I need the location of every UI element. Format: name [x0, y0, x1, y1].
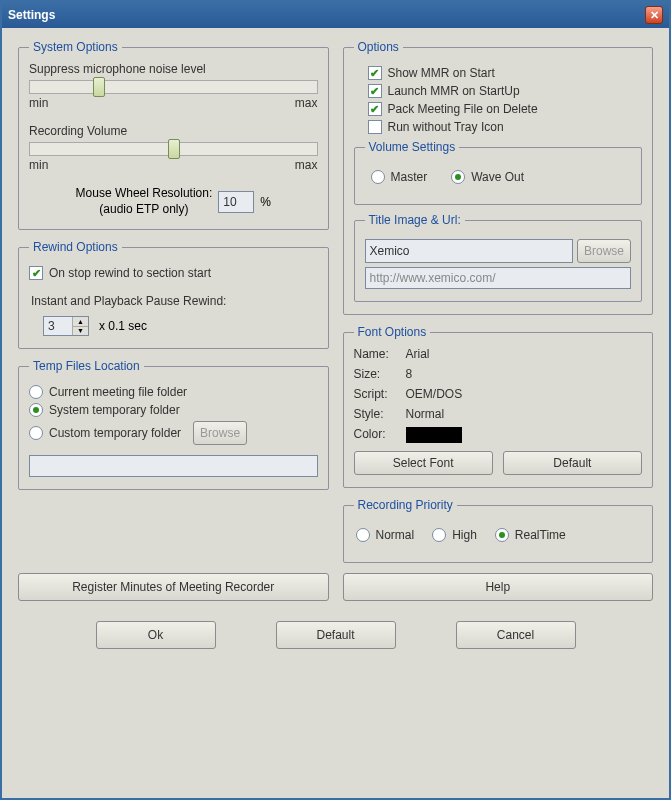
launch-mmr-checkbox[interactable]: ✔ Launch MMR on StartUp — [368, 84, 643, 98]
no-tray-checkbox[interactable]: Run without Tray Icon — [368, 120, 643, 134]
temp-files-legend: Temp Files Location — [29, 359, 144, 373]
mouse-wheel-label: Mouse Wheel Resolution: (audio ETP only) — [76, 186, 213, 217]
checkbox-icon: ✔ — [368, 84, 382, 98]
radio-icon — [29, 426, 43, 440]
spinner-down-icon[interactable]: ▼ — [72, 327, 88, 336]
settings-window: Settings ✕ System Options Suppress micro… — [0, 0, 671, 800]
temp-system-folder-radio[interactable]: System temporary folder — [29, 403, 318, 417]
volume-settings-legend: Volume Settings — [365, 140, 460, 154]
checkbox-icon — [368, 120, 382, 134]
recording-priority-legend: Recording Priority — [354, 498, 457, 512]
slider-thumb-icon[interactable] — [93, 77, 105, 97]
title-browse-button[interactable]: Browse — [577, 239, 631, 263]
font-name-value: Arial — [406, 347, 643, 361]
font-style-value: Normal — [406, 407, 643, 421]
temp-custom-folder-radio[interactable]: Custom temporary folder Browse — [29, 421, 318, 445]
spinner-up-icon[interactable]: ▲ — [72, 317, 88, 327]
priority-realtime-radio[interactable]: RealTime — [495, 528, 566, 542]
font-script-key: Script: — [354, 387, 406, 401]
options-group: Options ✔ Show MMR on Start ✔ Launch MMR… — [343, 40, 654, 315]
font-size-value: 8 — [406, 367, 643, 381]
volume-settings-group: Volume Settings Master Wave Out — [354, 140, 643, 205]
priority-high-radio[interactable]: High — [432, 528, 477, 542]
recording-volume-slider[interactable] — [29, 142, 318, 156]
checkbox-icon: ✔ — [29, 266, 43, 280]
temp-path-input[interactable] — [29, 455, 318, 477]
min-label: min — [29, 158, 48, 172]
mouse-wheel-input[interactable] — [218, 191, 254, 213]
font-default-button[interactable]: Default — [503, 451, 642, 475]
title-image-group: Title Image & Url: Browse — [354, 213, 643, 302]
titlebar: Settings ✕ — [2, 2, 669, 28]
radio-icon — [29, 385, 43, 399]
temp-current-folder-radio[interactable]: Current meeting file folder — [29, 385, 318, 399]
recording-priority-group: Recording Priority Normal High RealTi — [343, 498, 654, 563]
system-options-legend: System Options — [29, 40, 122, 54]
register-button[interactable]: Register Minutes of Meeting Recorder — [18, 573, 329, 601]
options-legend: Options — [354, 40, 403, 54]
checkbox-icon: ✔ — [368, 102, 382, 116]
rewind-value-spinner[interactable]: ▲ ▼ — [43, 316, 89, 336]
recording-volume-label: Recording Volume — [29, 124, 318, 138]
title-url-input[interactable] — [365, 267, 632, 289]
instant-rewind-label: Instant and Playback Pause Rewind: — [31, 294, 318, 308]
on-stop-rewind-checkbox[interactable]: ✔ On stop rewind to section start — [29, 266, 318, 280]
font-size-key: Size: — [354, 367, 406, 381]
temp-browse-button[interactable]: Browse — [193, 421, 247, 445]
font-style-key: Style: — [354, 407, 406, 421]
font-script-value: OEM/DOS — [406, 387, 643, 401]
min-label: min — [29, 96, 48, 110]
priority-normal-radio[interactable]: Normal — [356, 528, 415, 542]
content: System Options Suppress microphone noise… — [2, 28, 669, 798]
font-options-group: Font Options Name: Arial Size: 8 Script:… — [343, 325, 654, 488]
ok-button[interactable]: Ok — [96, 621, 216, 649]
cancel-button[interactable]: Cancel — [456, 621, 576, 649]
window-title: Settings — [8, 8, 55, 22]
rewind-legend: Rewind Options — [29, 240, 122, 254]
volume-waveout-radio[interactable]: Wave Out — [451, 170, 524, 184]
title-image-legend: Title Image & Url: — [365, 213, 465, 227]
radio-icon — [371, 170, 385, 184]
system-options-group: System Options Suppress microphone noise… — [18, 40, 329, 230]
rewind-value-input[interactable] — [44, 317, 72, 335]
volume-master-radio[interactable]: Master — [371, 170, 428, 184]
show-mmr-checkbox[interactable]: ✔ Show MMR on Start — [368, 66, 643, 80]
rewind-options-group: Rewind Options ✔ On stop rewind to secti… — [18, 240, 329, 349]
font-name-key: Name: — [354, 347, 406, 361]
font-options-legend: Font Options — [354, 325, 431, 339]
radio-icon — [432, 528, 446, 542]
rewind-unit-label: x 0.1 sec — [99, 319, 147, 333]
title-name-input[interactable] — [365, 239, 573, 263]
default-button[interactable]: Default — [276, 621, 396, 649]
radio-icon — [356, 528, 370, 542]
pack-file-checkbox[interactable]: ✔ Pack Meeting File on Delete — [368, 102, 643, 116]
suppress-noise-slider[interactable] — [29, 80, 318, 94]
max-label: max — [295, 96, 318, 110]
help-button[interactable]: Help — [343, 573, 654, 601]
suppress-noise-label: Suppress microphone noise level — [29, 62, 318, 76]
radio-icon — [495, 528, 509, 542]
temp-files-group: Temp Files Location Current meeting file… — [18, 359, 329, 490]
close-icon[interactable]: ✕ — [645, 6, 663, 24]
percent-label: % — [260, 195, 271, 209]
radio-icon — [451, 170, 465, 184]
font-color-key: Color: — [354, 427, 406, 443]
select-font-button[interactable]: Select Font — [354, 451, 493, 475]
slider-thumb-icon[interactable] — [168, 139, 180, 159]
checkbox-icon: ✔ — [368, 66, 382, 80]
max-label: max — [295, 158, 318, 172]
radio-icon — [29, 403, 43, 417]
font-color-swatch — [406, 427, 462, 443]
